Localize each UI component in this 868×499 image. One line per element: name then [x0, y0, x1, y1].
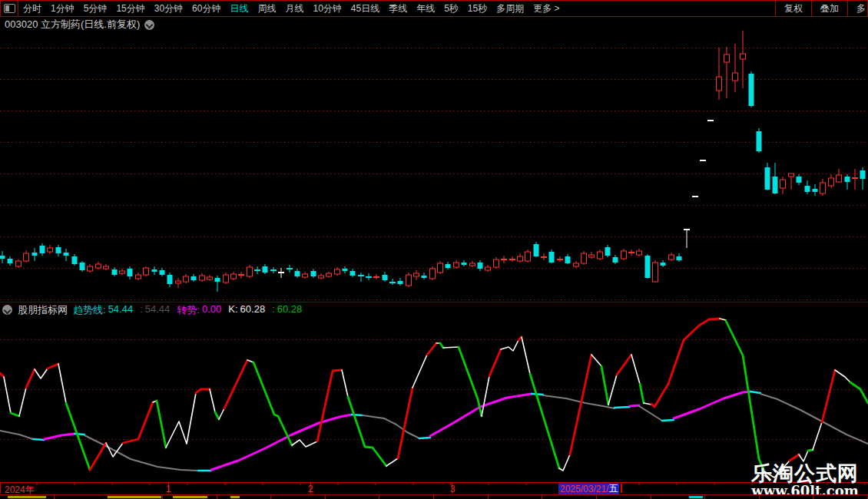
- stock-chart-window: 分时1分钟5分钟15分钟30分钟60分钟日线周线月线10分钟45日线季线年线5秒…: [0, 0, 868, 499]
- bottom-tab-cell[interactable]: [542, 495, 597, 499]
- period-tab-年线[interactable]: 年线: [412, 2, 439, 15]
- watermark-site-name: 乐淘公式网: [751, 464, 859, 484]
- bottom-tab-cell[interactable]: [597, 495, 651, 499]
- period-tabs: 分时1分钟5分钟15分钟30分钟60分钟日线周线月线10分钟45日线季线年线5秒…: [18, 1, 565, 16]
- chevron-down-circle-icon[interactable]: [144, 20, 154, 30]
- period-tab-多周期[interactable]: 多周期: [492, 2, 528, 15]
- toolbar-button-多[interactable]: 多: [847, 1, 867, 16]
- indicator-values: 趋势线:54.44:54.44转势:0.00K:60.28:60.28: [73, 303, 302, 317]
- bottom-tab-cell[interactable]: [760, 495, 814, 499]
- watermark: 乐淘公式网 www.60lt.com: [751, 464, 859, 498]
- period-toolbar: 分时1分钟5分钟15分钟30分钟60分钟日线周线月线10分钟45日线季线年线5秒…: [0, 0, 868, 17]
- indicator-panel-name: 股朋指标网: [18, 303, 68, 317]
- indicator-collapse-icon[interactable]: [2, 305, 12, 315]
- period-tab-季线[interactable]: 季线: [384, 2, 412, 15]
- toolbar-right-buttons: 复权叠加多: [775, 1, 867, 16]
- x-axis-label-1: 1: [166, 484, 171, 494]
- bottom-tab-cell[interactable]: [217, 495, 272, 499]
- x-axis: [0, 482, 868, 494]
- bottom-tab-cell[interactable]: [813, 495, 868, 499]
- panel-layout-icon: [4, 4, 15, 13]
- bottom-tab-cell[interactable]: [326, 495, 380, 499]
- k-line: [0, 319, 868, 478]
- indicator-value-3: K:60.28: [228, 303, 265, 317]
- period-tab-5秒[interactable]: 5秒: [439, 2, 463, 15]
- period-tab-日线[interactable]: 日线: [225, 2, 253, 15]
- gridlines: [0, 48, 868, 440]
- indicator-value-1: :54.44: [140, 303, 170, 317]
- trend-line: [0, 392, 868, 471]
- bottom-tab-cell[interactable]: [271, 495, 326, 499]
- candlestick-and-indicator-chart[interactable]: [0, 0, 868, 499]
- toolbar-button-复权[interactable]: 复权: [775, 1, 811, 16]
- period-tab-45日线[interactable]: 45日线: [346, 2, 384, 15]
- bottom-tab-cell[interactable]: [434, 495, 489, 499]
- current-date-chip: 2025/03/21/五: [558, 483, 619, 494]
- toolbar-button-叠加[interactable]: 叠加: [811, 1, 847, 16]
- candles-group: [0, 31, 866, 292]
- period-tab-更多 >[interactable]: 更多 >: [528, 2, 564, 15]
- period-tab-周线[interactable]: 周线: [253, 2, 280, 15]
- period-tab-1分钟[interactable]: 1分钟: [46, 2, 79, 15]
- period-tab-5分钟[interactable]: 5分钟: [79, 2, 112, 15]
- indicator-value-0: 趋势线:54.44: [73, 303, 133, 317]
- period-tab-15分钟[interactable]: 15分钟: [111, 2, 149, 15]
- symbol-title: 003020 立方制药(日线.前复权): [5, 18, 140, 31]
- clipped-tab-text-fragment: [173, 496, 207, 498]
- period-tab-10分钟[interactable]: 10分钟: [308, 2, 346, 15]
- x-axis-label-3: 3: [450, 484, 456, 494]
- period-tab-月线[interactable]: 月线: [280, 2, 308, 15]
- chip-date-text: 2025/03/21/: [560, 484, 608, 494]
- layout-toggle-button[interactable]: [1, 1, 18, 16]
- bottom-tab-strip: [0, 494, 868, 499]
- clipped-tab-text-fragment: [8, 496, 46, 498]
- period-tab-60分钟[interactable]: 60分钟: [187, 2, 225, 15]
- indicator-header: 股朋指标网 趋势线:54.44:54.44转势:0.00K:60.28:60.2…: [2, 304, 302, 316]
- axis-cursor-tick: [621, 484, 622, 493]
- period-tab-30分钟[interactable]: 30分钟: [150, 2, 187, 15]
- clipped-tab-text-fragment: [108, 496, 161, 498]
- period-tab-分时[interactable]: 分时: [18, 2, 46, 15]
- symbol-title-bar: 003020 立方制药(日线.前复权): [5, 18, 154, 31]
- period-tab-15秒[interactable]: 15秒: [463, 2, 492, 15]
- bottom-tab-cell[interactable]: [489, 495, 543, 499]
- x-axis-label-2: 2: [308, 484, 313, 494]
- clipped-tab-text-fragment: [689, 496, 703, 498]
- indicator-value-2: 转势:0.00: [177, 303, 221, 317]
- bottom-tab-cell[interactable]: [55, 495, 109, 499]
- bottom-tab-cell[interactable]: [379, 495, 434, 499]
- clipped-tab-text-fragment: [230, 496, 240, 498]
- chip-weekday-text: 五: [608, 482, 618, 495]
- bottom-tab-cell[interactable]: [705, 495, 760, 499]
- indicator-value-4: :60.28: [272, 303, 302, 317]
